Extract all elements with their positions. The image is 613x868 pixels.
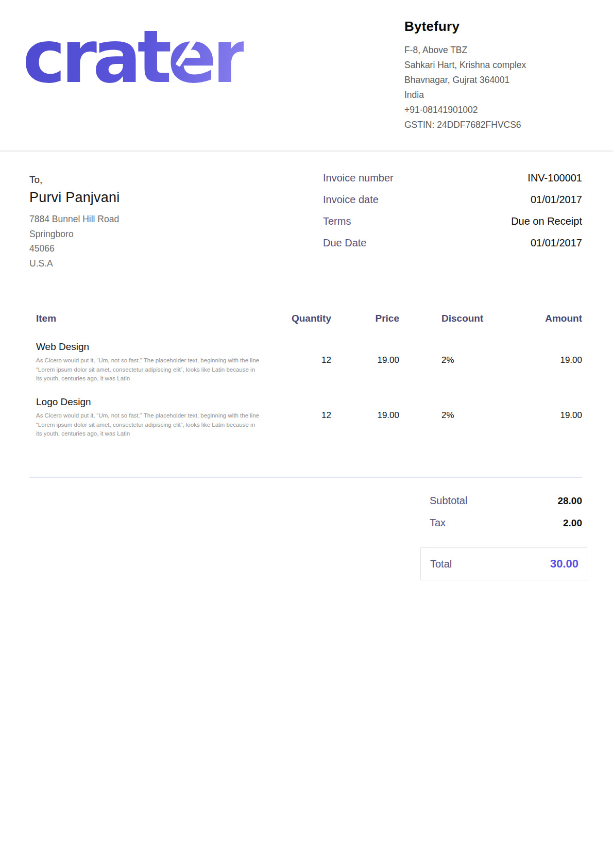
meta-row-invoice-number: Invoice number INV-100001 [323, 172, 582, 194]
customer-name: Purvi Panjvani [29, 190, 120, 206]
invoice-meta: Invoice number INV-100001 Invoice date 0… [323, 172, 582, 259]
company-address-line: India [404, 88, 610, 103]
item-discount: 2% [399, 340, 498, 383]
invoice-number-label: Invoice number [323, 172, 394, 184]
crater-logo: crater [23, 19, 244, 96]
bill-to-label: To, [29, 174, 120, 186]
company-address-line: F-8, Above TBZ [404, 43, 610, 58]
bill-to-block: To, Purvi Panjvani 7884 Bunnel Hill Road… [29, 174, 120, 271]
terms-value: Due on Receipt [511, 215, 582, 227]
table-row: Logo Design As Cicero would put it, “Um,… [29, 395, 582, 439]
item-quantity: 12 [271, 340, 331, 383]
customer-address-line: Springboro [29, 227, 120, 242]
meta-row-due-date: Due Date 01/01/2017 [323, 237, 582, 259]
subtotal-value: 28.00 [557, 495, 582, 507]
item-cell: Logo Design As Cicero would put it, “Um,… [29, 395, 271, 439]
company-info: Bytefury F-8, Above TBZ Sahkari Hart, Kr… [404, 19, 610, 132]
invoice-header: crater Bytefury F-8, Above TBZ Sahkari H… [0, 0, 613, 152]
items-table-header: Item Quantity Price Discount Amount [29, 313, 582, 324]
customer-address-line: U.S.A [29, 256, 120, 271]
tax-value: 2.00 [563, 518, 582, 529]
item-quantity: 12 [271, 395, 331, 439]
item-price: 19.00 [331, 395, 399, 439]
due-date-value: 01/01/2017 [531, 237, 582, 249]
due-date-label: Due Date [323, 237, 367, 249]
totals-summary: Subtotal 28.00 Tax 2.00 [430, 495, 582, 539]
column-header-discount: Discount [399, 313, 498, 324]
total-value: 30.00 [550, 557, 578, 571]
logo-stencil-cut-icon [0, 62, 19, 87]
company-name: Bytefury [404, 19, 610, 35]
invoice-date-value: 01/01/2017 [531, 194, 582, 206]
column-header-item: Item [29, 313, 271, 324]
company-gstin: GSTIN: 24DDF7682FHVCS6 [404, 118, 610, 132]
invoice-document: crater Bytefury F-8, Above TBZ Sahkari H… [0, 0, 613, 868]
crater-logo-text: crater [23, 15, 244, 99]
item-price: 19.00 [331, 340, 399, 383]
item-amount: 19.00 [498, 340, 582, 383]
meta-row-terms: Terms Due on Receipt [323, 215, 582, 237]
item-title: Logo Design [36, 395, 271, 409]
tax-label: Tax [430, 517, 446, 529]
item-description: As Cicero would put it, “Um, not so fast… [36, 356, 260, 383]
tax-row: Tax 2.00 [430, 517, 582, 539]
customer-address-line: 45066 [29, 241, 120, 256]
invoice-date-label: Invoice date [323, 194, 379, 206]
column-header-price: Price [331, 313, 399, 324]
customer-address-line: 7884 Bunnel Hill Road [29, 212, 120, 227]
subtotal-row: Subtotal 28.00 [430, 495, 582, 517]
total-label: Total [430, 558, 452, 570]
item-description: As Cicero would put it, “Um, not so fast… [36, 411, 260, 439]
total-box: Total 30.00 [420, 547, 587, 580]
table-row: Web Design As Cicero would put it, “Um, … [29, 340, 582, 383]
item-discount: 2% [399, 395, 498, 439]
item-amount: 19.00 [498, 395, 582, 439]
totals-divider [29, 477, 582, 478]
column-header-amount: Amount [498, 313, 582, 324]
subtotal-label: Subtotal [430, 495, 467, 507]
terms-label: Terms [323, 215, 351, 227]
item-cell: Web Design As Cicero would put it, “Um, … [29, 340, 271, 383]
company-address-line: Sahkari Hart, Krishna complex [404, 58, 610, 73]
company-phone: +91-08141901002 [404, 103, 610, 118]
company-address-line: Bhavnagar, Gujrat 364001 [404, 73, 610, 88]
invoice-number-value: INV-100001 [527, 172, 582, 184]
column-header-quantity: Quantity [271, 313, 331, 324]
meta-row-invoice-date: Invoice date 01/01/2017 [323, 194, 582, 215]
item-title: Web Design [36, 340, 271, 354]
